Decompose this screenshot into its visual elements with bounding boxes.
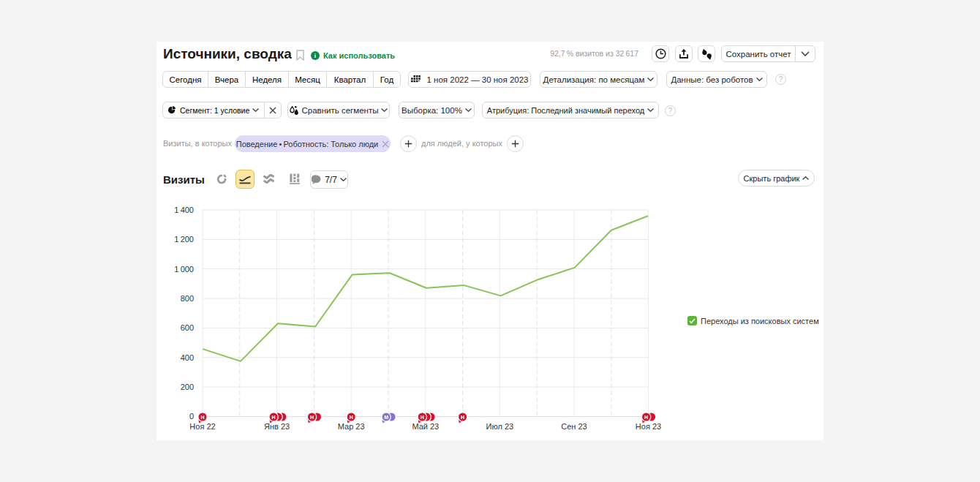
svg-text:1 400: 1 400 xyxy=(174,206,194,214)
svg-text:Июл 23: Июл 23 xyxy=(486,422,514,431)
svg-text:1 200: 1 200 xyxy=(174,235,194,244)
svg-text:400: 400 xyxy=(181,353,194,362)
svg-text:Н: Н xyxy=(644,415,648,420)
svg-text:800: 800 xyxy=(181,294,194,303)
svg-text:Н: Н xyxy=(461,415,464,420)
svg-text:600: 600 xyxy=(181,323,194,332)
svg-text:1 000: 1 000 xyxy=(174,265,194,274)
svg-text:Май 23: Май 23 xyxy=(412,422,439,431)
svg-text:Ноя 22: Ноя 22 xyxy=(189,422,215,431)
svg-text:200: 200 xyxy=(181,383,194,391)
svg-text:М: М xyxy=(384,415,388,420)
svg-text:Н: Н xyxy=(350,415,353,420)
svg-text:Н: Н xyxy=(272,415,276,420)
svg-text:Янв 23: Янв 23 xyxy=(264,422,290,431)
svg-text:Н: Н xyxy=(310,415,314,420)
svg-text:0: 0 xyxy=(189,412,194,421)
svg-text:Н: Н xyxy=(200,415,204,420)
svg-text:Сен 23: Сен 23 xyxy=(561,422,587,431)
svg-text:Н: Н xyxy=(421,415,424,420)
svg-text:Ноя 23: Ноя 23 xyxy=(636,422,661,431)
svg-text:Мар 23: Мар 23 xyxy=(338,422,365,431)
